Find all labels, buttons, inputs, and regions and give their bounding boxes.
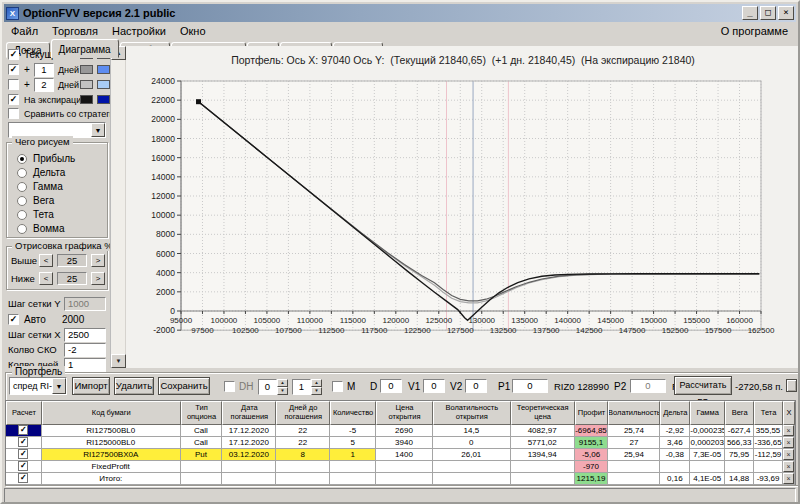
- spinner-down-icon[interactable]: ▼: [311, 387, 322, 395]
- row-delete-button[interactable]: ×: [783, 449, 794, 460]
- above-value[interactable]: 25: [57, 254, 87, 267]
- row-delete-button[interactable]: ×: [783, 437, 794, 448]
- row-delete-button[interactable]: ×: [783, 473, 794, 484]
- below-value[interactable]: 25: [57, 272, 87, 285]
- spinner-up-icon[interactable]: ▲: [277, 379, 288, 387]
- column-header-12[interactable]: Гамма: [690, 401, 725, 425]
- spinner-down-icon[interactable]: ▼: [277, 387, 288, 395]
- expiration-checkbox[interactable]: ✓: [8, 94, 19, 105]
- scroll-down-icon[interactable]: ▼: [111, 354, 126, 368]
- cell: -93,69: [754, 473, 783, 485]
- current-checkbox[interactable]: ✓: [8, 49, 19, 60]
- v1-input[interactable]: 0: [423, 379, 445, 393]
- column-header-2[interactable]: Тип опциона: [181, 401, 223, 425]
- import-button[interactable]: Импорт: [72, 377, 110, 395]
- column-header-13[interactable]: Вега: [725, 401, 754, 425]
- plus1-color-swatch-1[interactable]: [80, 65, 93, 74]
- maximize-button[interactable]: □: [760, 6, 776, 20]
- v2-input[interactable]: 0: [465, 379, 487, 393]
- auto-checkbox[interactable]: ✓: [8, 314, 19, 325]
- column-header-6[interactable]: Цена открытия: [376, 401, 433, 425]
- column-header-1[interactable]: Код бумаги: [42, 401, 181, 425]
- radio-Тета[interactable]: [17, 210, 27, 220]
- column-header-5[interactable]: Количество: [330, 401, 376, 425]
- row-checkbox[interactable]: ✓: [18, 437, 28, 447]
- expiration-color-swatch-1[interactable]: [80, 95, 93, 104]
- menu-item-Настройки[interactable]: Настройки: [105, 24, 173, 38]
- column-header-9[interactable]: Профит: [575, 401, 609, 425]
- above-increment-button[interactable]: >: [91, 254, 105, 267]
- p1-input[interactable]: 0: [512, 379, 548, 393]
- dh-checkbox[interactable]: [224, 381, 235, 392]
- save-button[interactable]: Сохранить: [158, 377, 210, 395]
- plus2-color-swatch-2[interactable]: [97, 80, 110, 89]
- p2-input[interactable]: 0: [630, 379, 666, 393]
- column-header-14[interactable]: Тета: [754, 401, 783, 425]
- menu-item-Файл[interactable]: Файл: [4, 24, 45, 38]
- m-checkbox[interactable]: [332, 381, 343, 392]
- spinner-up-icon[interactable]: ▲: [311, 379, 322, 387]
- cell: 1215,19: [575, 473, 609, 485]
- column-header-8[interactable]: Теоретическая цена: [511, 401, 575, 425]
- radio-Прибыль[interactable]: [17, 154, 27, 164]
- delete-button[interactable]: Удалить: [114, 377, 154, 395]
- dh-spinner-1[interactable]: 0 ▲ ▼: [258, 379, 288, 395]
- d-input[interactable]: 0: [380, 379, 402, 393]
- row-checkbox[interactable]: ✓: [18, 425, 28, 435]
- menu-item-Окно[interactable]: Окно: [173, 24, 213, 38]
- compare-strategy-checkbox[interactable]: [8, 108, 19, 119]
- column-header-3[interactable]: Дата погашения: [222, 401, 276, 425]
- menu-item-about[interactable]: О программе: [713, 24, 796, 38]
- plus2-checkbox[interactable]: [8, 79, 19, 90]
- tab-Диаграмма[interactable]: Диаграмма: [51, 39, 119, 58]
- row-checkbox[interactable]: ✓: [18, 473, 28, 483]
- chevron-down-icon[interactable]: ▼: [52, 378, 66, 394]
- cell: [376, 461, 433, 473]
- radio-Вега[interactable]: [17, 196, 27, 206]
- preset-combobox[interactable]: спред RI-2 ▼: [9, 377, 67, 395]
- calc-go-button[interactable]: Рассчитать ГО: [674, 376, 732, 395]
- radio-Гамма[interactable]: [17, 182, 27, 192]
- plus1-color-swatch-2[interactable]: [97, 65, 110, 74]
- column-header-15[interactable]: X: [783, 401, 795, 425]
- dh-spinner-1-value[interactable]: 0: [258, 379, 277, 395]
- dh-spinner-2-value[interactable]: 1: [292, 379, 311, 395]
- sidebar-scrollbar[interactable]: ▲ ▼: [110, 46, 125, 368]
- radio-Дельта[interactable]: [17, 168, 27, 178]
- plus1-days-input[interactable]: 1: [34, 63, 54, 77]
- column-header-4[interactable]: Дней до погашения: [276, 401, 330, 425]
- row-delete-button[interactable]: ×: [783, 425, 794, 436]
- row-checkbox[interactable]: ✓: [18, 449, 28, 459]
- plus2-color-swatch-1[interactable]: [80, 80, 93, 89]
- days-count-input[interactable]: 1: [64, 358, 106, 372]
- menu-item-Торговля[interactable]: Торговля: [45, 24, 105, 38]
- grid-step-y-input[interactable]: 1000: [64, 297, 106, 311]
- chevron-down-icon[interactable]: ▼: [91, 123, 105, 137]
- cell: Call: [181, 425, 223, 437]
- x-tick-label: 162500: [748, 326, 775, 335]
- grid-step-x-input[interactable]: 2500: [64, 328, 106, 342]
- below-increment-button[interactable]: >: [91, 272, 105, 285]
- column-header-11[interactable]: Дельта: [660, 401, 690, 425]
- cell: FixedProfit: [42, 461, 181, 473]
- plus1-checkbox[interactable]: ✓: [8, 64, 19, 75]
- column-header-10[interactable]: Волатильность: [608, 401, 660, 425]
- below-decrement-button[interactable]: <: [39, 272, 53, 285]
- minimize-button[interactable]: _: [742, 6, 758, 20]
- x-tick-label: 112500: [318, 326, 345, 335]
- close-button[interactable]: ×: [778, 6, 794, 20]
- row-checkbox[interactable]: ✓: [18, 461, 28, 471]
- sko-count-input[interactable]: -2: [64, 343, 106, 357]
- portfolio-chart[interactable]: -200002000400060008000100001200014000160…: [126, 60, 798, 366]
- row-delete-button[interactable]: ×: [783, 461, 794, 472]
- plus2-days-input[interactable]: 2: [34, 78, 54, 92]
- x-tick-label: 140000: [554, 316, 581, 325]
- expiration-color-swatch-2[interactable]: [97, 95, 110, 104]
- column-header-0[interactable]: Расчет: [6, 401, 42, 425]
- column-header-7[interactable]: Волатильность открытия: [433, 401, 511, 425]
- above-decrement-button[interactable]: <: [39, 254, 53, 267]
- cell: [330, 473, 376, 485]
- radio-Вомма[interactable]: [17, 224, 27, 234]
- dh-spinner-2[interactable]: 1 ▲ ▼: [292, 379, 322, 395]
- mini-button[interactable]: [786, 379, 797, 392]
